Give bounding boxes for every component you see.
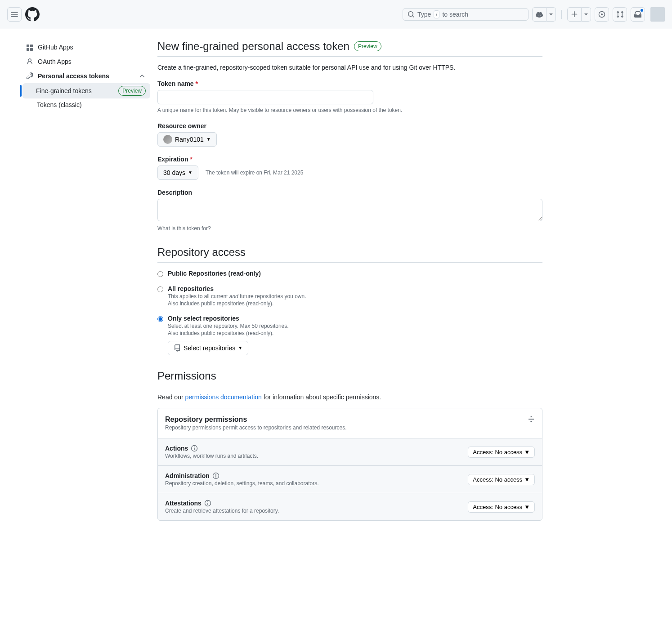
expiration-note: The token will expire on Fri, Mar 21 202… xyxy=(206,170,303,176)
caret-down-icon: ▼ xyxy=(188,168,193,177)
radio-select-desc2: Also includes public repositories (read-… xyxy=(168,330,289,336)
preview-badge: Preview xyxy=(118,86,146,96)
pull-requests-button[interactable] xyxy=(613,7,627,22)
permissions-divider xyxy=(157,386,542,386)
chevron-up-icon xyxy=(139,72,146,80)
access-select-administration[interactable]: Access: No access ▼ xyxy=(468,474,535,485)
perm-desc: Create and retrieve attestations for a r… xyxy=(165,508,279,514)
expiration-label: Expiration * xyxy=(157,156,542,163)
perm-desc: Repository creation, deletion, settings,… xyxy=(165,480,319,487)
select-repositories-button[interactable]: Select repositories ▼ xyxy=(168,341,248,355)
radio-public-repos-input[interactable] xyxy=(157,271,163,277)
sidebar-sublabel: Tokens (classic) xyxy=(37,101,82,108)
copilot-button[interactable] xyxy=(532,7,547,22)
collapse-permissions-button[interactable] xyxy=(528,416,535,423)
caret-down-icon: ▼ xyxy=(524,504,530,510)
description-note: What is this token for? xyxy=(157,225,542,232)
copilot-icon xyxy=(536,11,543,18)
hamburger-menu-button[interactable] xyxy=(7,7,22,22)
main-content: New fine-grained personal access token P… xyxy=(157,29,553,532)
sidebar-sublabel: Fine-grained tokens xyxy=(36,87,92,94)
permissions-blurb: Read our permissions documentation for i… xyxy=(157,393,542,401)
issues-button[interactable] xyxy=(595,7,609,22)
search-icon xyxy=(408,11,415,18)
expiration-select[interactable]: 30 days ▼ xyxy=(157,165,198,180)
caret-down-icon xyxy=(549,13,553,16)
radio-public-repos[interactable]: Public Repositories (read-only) xyxy=(157,270,542,277)
resource-owner-select[interactable]: Rany0101 ▼ xyxy=(157,132,217,147)
token-name-note: A unique name for this token. May be vis… xyxy=(157,107,542,113)
repo-permissions-title: Repository permissions xyxy=(165,416,347,424)
sidebar-item-github-apps[interactable]: GitHub Apps xyxy=(22,40,150,54)
radio-all-desc1: This applies to all current and future r… xyxy=(168,293,306,299)
token-name-input[interactable] xyxy=(157,90,373,104)
caret-down-icon: ▼ xyxy=(238,344,242,353)
info-icon[interactable] xyxy=(191,445,198,452)
resource-owner-group: Resource owner Rany0101 ▼ xyxy=(157,122,542,147)
expiration-value: 30 days xyxy=(163,168,185,177)
caret-down-icon: ▼ xyxy=(206,135,211,144)
perm-desc: Workflows, workflow runs and artifacts. xyxy=(165,453,258,459)
info-icon[interactable] xyxy=(212,472,220,479)
github-logo[interactable] xyxy=(25,7,40,22)
sidebar-label: GitHub Apps xyxy=(38,44,73,51)
svg-point-1 xyxy=(601,13,603,15)
sidebar-subitem-tokens-classic[interactable]: Tokens (classic) xyxy=(23,98,150,111)
page-title: New fine-grained personal access token P… xyxy=(157,40,542,53)
radio-select-repos[interactable]: Only select repositories Select at least… xyxy=(157,315,542,355)
owner-avatar-icon xyxy=(163,135,172,144)
permission-row-administration: Administration Repository creation, dele… xyxy=(158,466,542,493)
radio-select-repos-input[interactable] xyxy=(157,316,163,322)
user-avatar[interactable] xyxy=(650,7,665,22)
pull-request-icon xyxy=(616,11,623,18)
permissions-heading: Permissions xyxy=(157,370,542,382)
description-textarea[interactable] xyxy=(157,199,542,221)
search-prefix: Type xyxy=(417,11,431,18)
info-icon[interactable] xyxy=(204,500,211,507)
radio-all-label: All repositories xyxy=(168,285,306,292)
plus-icon xyxy=(571,11,578,18)
permission-row-actions: Actions Workflows, workflow runs and art… xyxy=(158,438,542,466)
radio-all-desc2: Also includes public repositories (read-… xyxy=(168,300,306,307)
repo-permissions-desc: Repository permissions permit access to … xyxy=(165,424,347,431)
repo-access-heading: Repository access xyxy=(157,246,542,259)
notification-indicator xyxy=(640,8,644,13)
perm-name: Actions xyxy=(165,445,258,452)
radio-all-repos[interactable]: All repositories This applies to all cur… xyxy=(157,285,542,307)
create-new-dropdown-button[interactable] xyxy=(582,7,591,22)
repo-icon xyxy=(174,344,181,352)
description-group: Description What is this token for? xyxy=(157,189,542,232)
create-new-button[interactable] xyxy=(567,7,582,22)
repo-permissions-header: Repository permissions Repository permis… xyxy=(158,408,542,438)
access-select-attestations[interactable]: Access: No access ▼ xyxy=(468,501,535,513)
copilot-dropdown-button[interactable] xyxy=(547,7,556,22)
expiration-group: Expiration * 30 days ▼ The token will ex… xyxy=(157,156,542,180)
search-suffix: to search xyxy=(442,11,468,18)
subhead-divider xyxy=(157,56,542,57)
sidebar-subitem-fine-grained-tokens[interactable]: Fine-grained tokens Preview xyxy=(22,83,150,98)
apps-icon xyxy=(26,44,33,51)
radio-select-label: Only select repositories xyxy=(168,315,289,322)
search-key: / xyxy=(434,10,439,18)
sidebar-item-oauth-apps[interactable]: OAuth Apps xyxy=(22,54,150,69)
repository-permissions-box: Repository permissions Repository permis… xyxy=(157,408,542,521)
radio-all-repos-input[interactable] xyxy=(157,286,163,292)
title-preview-badge: Preview xyxy=(354,41,381,51)
search-bar[interactable]: Type / to search xyxy=(403,8,529,21)
repo-access-divider xyxy=(157,262,542,263)
collapse-icon xyxy=(528,416,535,423)
page-title-text: New fine-grained personal access token xyxy=(157,40,349,53)
permissions-doc-link[interactable]: permissions documentation xyxy=(185,393,261,401)
sidebar-item-personal-access-tokens[interactable]: Personal access tokens xyxy=(22,69,150,83)
caret-down-icon xyxy=(584,13,588,16)
global-header: Type / to search xyxy=(0,0,672,29)
sidebar-label: OAuth Apps xyxy=(38,58,72,65)
permission-row-attestations: Attestations Create and retrieve attesta… xyxy=(158,493,542,520)
access-select-actions[interactable]: Access: No access ▼ xyxy=(468,447,535,458)
issue-icon xyxy=(598,11,605,18)
header-divider xyxy=(561,10,562,19)
radio-public-label: Public Repositories (read-only) xyxy=(168,270,261,277)
intro-text: Create a fine-grained, repository-scoped… xyxy=(157,64,542,71)
sidebar-label: Personal access tokens xyxy=(38,72,109,80)
description-label: Description xyxy=(157,189,542,196)
